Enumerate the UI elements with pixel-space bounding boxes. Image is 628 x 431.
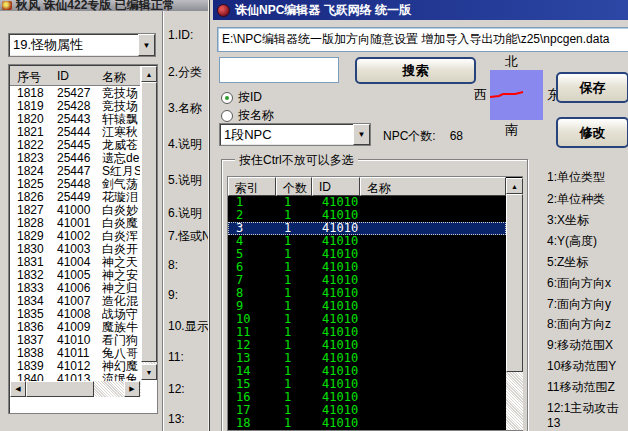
npc-count-label: NPC个数: xyxy=(383,129,436,143)
editor-app-icon xyxy=(217,4,230,17)
scroll-up-icon[interactable]: ▲ xyxy=(141,66,157,82)
direction-compass[interactable] xyxy=(490,70,543,120)
npc-table-header: 索引 个数 ID 名称 xyxy=(228,177,506,196)
property-label: 2:单位种类 xyxy=(547,191,605,208)
cell-name: 神之安 xyxy=(102,269,140,282)
scroll-up-icon[interactable]: ▲ xyxy=(506,178,523,194)
table-row[interactable]: 2141010 xyxy=(228,209,506,222)
field-label: 12: xyxy=(168,382,212,396)
property-label: 3:X坐标 xyxy=(547,212,589,229)
vertical-scrollbar-track[interactable] xyxy=(506,372,523,430)
cell-name: 白炎开 xyxy=(102,243,140,256)
field-label: 6.说明 xyxy=(168,205,212,222)
list-row[interactable]: 184041013流氓兔 xyxy=(10,373,140,381)
field-label: 5.说明 xyxy=(168,172,212,189)
property-label: 1:单位类型 xyxy=(547,169,605,186)
property-label: 6:面向方向x xyxy=(547,275,611,292)
column-header-count[interactable]: 个数 xyxy=(276,177,312,196)
table-row[interactable]: 11141010 xyxy=(228,326,506,339)
vertical-scrollbar-thumb[interactable] xyxy=(141,82,157,362)
cell-name: 战场守 xyxy=(102,308,140,321)
table-row[interactable]: 14141010 xyxy=(228,365,506,378)
cell-name: 花璇泪 xyxy=(102,191,140,204)
table-row[interactable]: 6141010 xyxy=(228,261,506,274)
save-button[interactable]: 保存 xyxy=(556,72,628,103)
cell-name: 造化混 xyxy=(102,295,140,308)
vertical-scrollbar-thumb[interactable] xyxy=(506,194,523,372)
search-input[interactable] xyxy=(219,57,339,83)
column-header-name[interactable]: 名称 xyxy=(102,69,126,86)
search-button[interactable]: 搜索 xyxy=(355,57,476,84)
table-row[interactable]: 10141010 xyxy=(228,313,506,326)
cell-name: 兔八哥 xyxy=(102,347,140,360)
chevron-down-icon[interactable]: ▼ xyxy=(353,124,370,145)
horizontal-scrollbar-thumb[interactable] xyxy=(26,381,94,397)
table-row[interactable]: 9141010 xyxy=(228,300,506,313)
radio-by-name[interactable]: 按名称 xyxy=(221,107,274,124)
background-window-title: 秋风 诛仙422专版 已编辑正常 xyxy=(16,0,175,11)
column-header-id[interactable]: ID xyxy=(57,69,69,83)
scroll-down-icon[interactable]: ▼ xyxy=(141,364,157,380)
table-row[interactable]: 8141010 xyxy=(228,287,506,300)
radio-by-id-icon[interactable] xyxy=(221,92,233,104)
property-label: 12:1主动攻击 xyxy=(547,400,618,417)
property-label: 8:面向方向z xyxy=(547,316,611,333)
table-row[interactable]: 16141010 xyxy=(228,391,506,404)
table-row[interactable]: 12141010 xyxy=(228,339,506,352)
chevron-down-icon[interactable]: ▼ xyxy=(138,34,155,56)
field-label: 10.显示 xyxy=(168,318,212,335)
table-row[interactable]: 1141010 xyxy=(228,196,506,209)
cell-name: 剑气荡 xyxy=(102,178,140,191)
category-dropdown[interactable]: 19.怪物属性 ▼ xyxy=(8,33,156,57)
column-header-index[interactable]: 索引 xyxy=(228,177,276,196)
cell-name: 白炎浑 xyxy=(102,230,140,243)
table-row[interactable]: 5141010 xyxy=(228,248,506,261)
cell-name: 看门狗 xyxy=(102,334,140,347)
property-label: 4:Y(高度) xyxy=(547,233,597,250)
table-row[interactable]: 15141010 xyxy=(228,378,506,391)
modify-button[interactable]: 修改 xyxy=(556,117,628,148)
cell-name: 流氓兔 xyxy=(102,373,140,381)
cell-name: S红月S xyxy=(102,165,140,178)
table-row[interactable]: 17141010 xyxy=(228,404,506,417)
cell-name: 江寒秋 xyxy=(102,126,140,139)
property-label: 11移动范围Z xyxy=(547,379,615,396)
monster-list[interactable]: 序号 ID 名称 181825427竞技场181925428竞技场1820254… xyxy=(8,64,158,414)
cell-id: 41013 xyxy=(57,373,90,381)
segment-dropdown[interactable]: 1段NPC ▼ xyxy=(219,123,371,146)
column-header-id[interactable]: ID xyxy=(312,177,360,196)
screen: 秋风 诛仙422专版 已编辑正常 19.怪物属性 ▼ 序号 ID 名称 1818… xyxy=(0,0,628,431)
scroll-right-icon[interactable]: ▶ xyxy=(124,381,140,397)
category-dropdown-value: 19.怪物属性 xyxy=(9,36,138,54)
cell-name: 竞技场 xyxy=(102,100,140,113)
property-label: 9:移动范围X xyxy=(547,337,613,354)
field-label: 2.分类 xyxy=(168,64,212,81)
radio-by-name-icon[interactable] xyxy=(221,110,233,122)
npc-instance-table[interactable]: 索引 个数 ID 名称 1141010214101031410104141010… xyxy=(227,176,523,431)
column-header-name[interactable]: 名称 xyxy=(360,177,506,196)
scroll-left-icon[interactable]: ◀ xyxy=(10,381,26,397)
table-row[interactable]: 4141010 xyxy=(228,235,506,248)
monster-list-rows: 181825427竞技场181925428竞技场182025443轩辕飘1821… xyxy=(10,87,140,381)
radio-by-name-label: 按名称 xyxy=(238,107,274,124)
radio-by-id[interactable]: 按ID xyxy=(221,89,262,106)
column-header-index[interactable]: 序号 xyxy=(17,69,41,86)
editor-window-title: 诛仙NPC编辑器 飞跃网络 统一版 xyxy=(235,2,411,19)
cell-name: 白炎魔 xyxy=(102,217,140,230)
table-row[interactable]: 18141010 xyxy=(228,417,506,430)
radio-by-id-label: 按ID xyxy=(238,89,262,106)
cell-name: 神幻魔 xyxy=(102,360,140,373)
cell-index: 1840 xyxy=(17,373,44,381)
compass-south-label: 南 xyxy=(505,121,518,139)
file-path-field[interactable]: E:\NPC编辑器统一版加方向随意设置 增加导入导出功能\z25\npcgen.… xyxy=(217,27,628,52)
multiselect-hint: 按住Ctrl不放可以多选 xyxy=(235,152,358,169)
editor-titlebar[interactable]: 诛仙NPC编辑器 飞跃网络 统一版 xyxy=(213,0,628,20)
panel-divider xyxy=(162,11,164,431)
property-label: 7:面向方向y xyxy=(547,296,611,313)
table-row[interactable]: 3141010 xyxy=(228,222,506,235)
direction-line xyxy=(490,70,543,120)
table-row[interactable]: 13141010 xyxy=(228,352,506,365)
npc-table-rows: 1141010214101031410104141010514101061410… xyxy=(228,196,506,430)
table-row[interactable]: 7141010 xyxy=(228,274,506,287)
background-app-icon xyxy=(2,1,12,10)
